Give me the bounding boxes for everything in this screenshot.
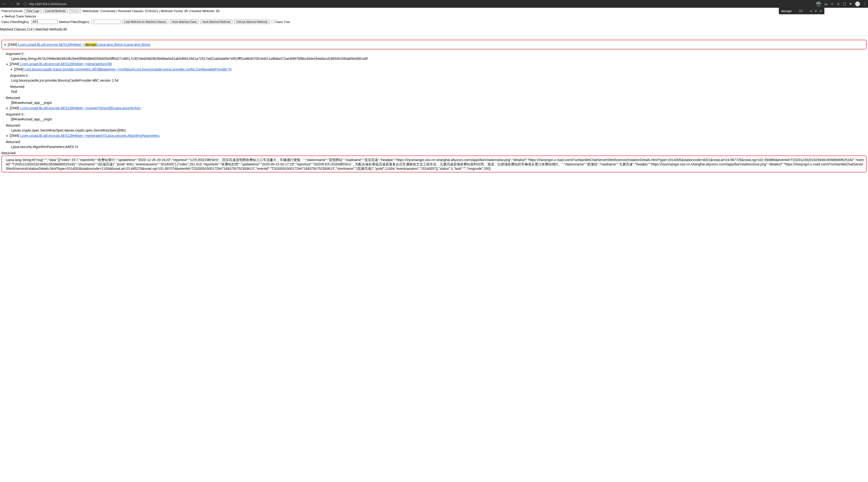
reload-icon[interactable]: ⟳	[17, 2, 20, 6]
argument-value: Ljava.lang.String;#57422696e98c892db26e6…	[11, 57, 867, 61]
class-tree-checkbox[interactable]: Class Tree	[271, 20, 290, 24]
browser-chrome-bar: ← → ⟳ i http://127.0.0.1:8000/tracer 📷 🗛…	[0, 0, 868, 8]
translate-icon[interactable]: 🗛	[824, 2, 828, 6]
find-prev-icon[interactable]: ᐱ	[810, 9, 812, 13]
url-text: http://127.0.0.1:8000/tracer	[29, 2, 67, 6]
returned-label: Returned:	[6, 140, 867, 144]
thread-id: [2948]	[14, 67, 24, 71]
returned-value: Ljava.lang.String;#{"msg":"","data":[{"m…	[6, 158, 864, 171]
tab-icon[interactable]: ▢	[843, 2, 846, 6]
nav-back-icon[interactable]: ←	[2, 2, 6, 6]
websocket-status: WebSocket: Connected | Resolved Classes:…	[83, 9, 220, 13]
returned-value: [B#raw#uroad_app__yngst	[11, 101, 867, 105]
url-bar[interactable]: i http://127.0.0.1:8000/tracer	[24, 2, 816, 6]
returned-label: Returned:	[6, 124, 867, 127]
find-next-icon[interactable]: ᐯ	[815, 9, 817, 13]
argument-value: Lorg.bouncycastle.jce.provider.BouncyCas…	[11, 78, 867, 82]
highlighted-method-box: ▼ [2948] Lcom.uroad.lib.util.encrypt.AES…	[1, 40, 867, 50]
clear-logs-button[interactable]: Clear Logs	[24, 9, 41, 13]
site-info-icon[interactable]: i	[24, 2, 27, 6]
method-filter-input[interactable]	[91, 20, 120, 24]
pause-button[interactable]: Pause	[69, 9, 81, 13]
tree-collapse-icon[interactable]: ▼	[6, 135, 9, 137]
menu-dots-icon[interactable]: ⋮	[863, 2, 866, 6]
tree-collapse-icon[interactable]: ▼	[6, 63, 9, 66]
returned-label: Returned:	[6, 96, 867, 100]
selector-caret-icon[interactable]	[1, 14, 5, 18]
class-filter-input[interactable]	[31, 20, 58, 24]
filters-label: Filters/Controls	[1, 9, 23, 13]
find-input[interactable]: decrypt	[781, 9, 792, 13]
argument-label: Argument 0 :	[6, 52, 867, 56]
matched-summary: Matched Classes:114 | Matched Methods:95	[0, 25, 868, 34]
method-link-converttokey[interactable]: Lcom.uroad.lib.util.encrypt.AES128Helper…	[20, 106, 141, 110]
find-in-page-bar: decrypt 3/8 ᐱ ᐯ ✕	[779, 8, 825, 14]
thread-id: [2948]	[10, 134, 19, 137]
find-close-icon[interactable]: ✕	[819, 9, 822, 13]
find-count: 3/8	[799, 9, 803, 13]
unhook-matched-methods-button[interactable]: Unhook Matched Methods	[234, 20, 270, 24]
tree-collapse-icon[interactable]: ▼	[4, 43, 7, 46]
thread-id: [2948]	[8, 43, 17, 46]
hook-matched-methods-button[interactable]: Hook Matched Methods	[200, 20, 232, 24]
thread-id: [2948]	[10, 62, 19, 66]
method-link-generateiv[interactable]: Lcom.uroad.lib.util.encrypt.AES128Helper…	[20, 134, 160, 137]
camera-icon[interactable]: 📷	[816, 1, 821, 6]
load-matched-classes-button[interactable]: Load Methods for Matched Classes	[122, 20, 168, 24]
selector-row[interactable]: Method Trace Selector	[0, 14, 868, 19]
selector-label: Method Trace Selector	[5, 14, 36, 18]
highlighted-return-box: Ljava.lang.String;#{"msg":"","data":[{"m…	[1, 156, 867, 172]
argument-label: Argument 0 :	[6, 113, 867, 116]
class-filter-label: Class Filter(RegEx):	[1, 20, 30, 24]
argument-value: [B#raw#uroad_app__yngst	[11, 117, 867, 121]
filter-inputs-row: Class Filter(RegEx): Method Filter(RegEx…	[0, 19, 868, 25]
argument-label: Argument 0 :	[10, 74, 867, 77]
returned-label: Returned:	[1, 151, 867, 155]
returned-label: Returned:	[10, 85, 867, 89]
method-filter-label: Method Filter(RegEx):	[59, 20, 90, 24]
profile-avatar-icon[interactable]	[855, 1, 860, 6]
returned-value: Ljava.security.AlgorithmParameters;#AES …	[11, 145, 867, 149]
method-link-decrypt[interactable]: Lcom.uroad.lib.util.encrypt.AES128Helper…	[18, 43, 151, 46]
search-highlight: decrypt	[85, 43, 96, 46]
star-icon[interactable]: ☆	[831, 2, 834, 6]
returned-value: Null	[11, 90, 867, 94]
filters-row: Filters/Controls Clear Logs Load All Met…	[0, 8, 868, 14]
tree-collapse-icon[interactable]: ▼	[6, 107, 9, 110]
method-link-generatekey[interactable]: Lcom.uroad.lib.util.encrypt.AES128Helper…	[20, 62, 112, 66]
hook-matched-class-button[interactable]: Hook Matched Class	[170, 20, 199, 24]
thread-id: [2948]	[10, 106, 19, 110]
github-icon[interactable]: ◉	[837, 2, 840, 6]
load-all-methods-button[interactable]: Load All Methods	[43, 9, 68, 13]
returned-value: Ljavax.crypto.spec.SecretKeySpec;#javax.…	[11, 128, 867, 132]
nav-forward-icon[interactable]: →	[9, 2, 13, 6]
extensions-icon[interactable]: ✦	[849, 2, 852, 6]
tree-collapse-icon[interactable]: ▼	[10, 68, 13, 71]
method-link-configure[interactable]: Lorg.bouncycastle.jcajce.provider.symmet…	[25, 67, 232, 71]
